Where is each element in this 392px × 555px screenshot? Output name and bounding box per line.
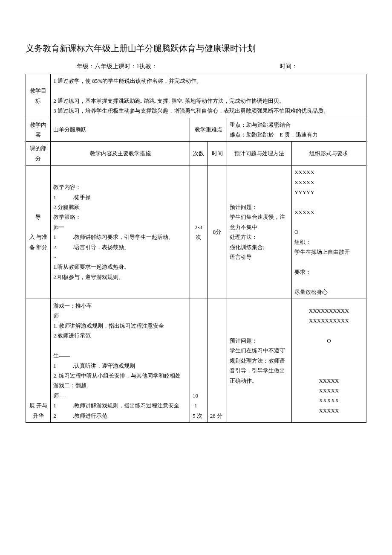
table-row: 教学目标 1 通过教学，使 85%的学生能说出该动作名称，并完成动作。 2 通过… [26, 74, 366, 118]
keypoint-label: 教学重难点 [190, 118, 227, 142]
section1-content: 教学内容： 1 .徒手操 2.分腿腾跃 教学策略： 师一 1 .教师讲解练习要求… [51, 166, 190, 299]
time-header: 时间 [207, 142, 227, 166]
problem-header: 预计问题与处理方法 [227, 142, 292, 166]
section1-org: XXXXX XXXXX YYYYY XXXXX O 组织： 学生在操场上自由散开… [291, 166, 366, 299]
org-header: 组织形式与要求 [291, 142, 366, 166]
time-meta: 时间： [280, 63, 297, 70]
count-header: 次数 [190, 142, 207, 166]
grade-meta: 年级：六年级上课时：1执教： [77, 63, 157, 70]
content-label: 教学内容 [26, 118, 51, 142]
section2-problem: 预计问题： 学生们在练习中不遵守规则处理方法：教师语音引导，引导学生做出正确动作… [227, 299, 292, 423]
table-row: 展 开与 升华 游戏一：推小车 师 1. 教师讲解游戏规则，指出练习过程注意安全… [26, 299, 366, 423]
goal-text: 1 通过教学，使 85%的学生能说出该动作名称，并完成动作。 2 通过练习，基本… [51, 74, 366, 118]
goal-label: 教学目标 [26, 74, 51, 118]
lesson-plan-table: 教学目标 1 通过教学，使 85%的学生能说出该动作名称，并完成动作。 2 通过… [26, 74, 366, 423]
section2-time: 28 分 [207, 299, 227, 423]
section1-time: 8分 [207, 166, 227, 299]
content-text: 山羊分腿腾跃 [51, 118, 190, 142]
section1-label: 导 入 与准备 部分 [26, 166, 51, 299]
table-row: 课的部分 教学内容及主要教学措施 次数 时间 预计问题与处理方法 组织形式与要求 [26, 142, 366, 166]
section2-org: XXXXXXXXXX XXXXXXXXXX O XXXXX XXXXX XXXX… [291, 299, 366, 423]
section2-count: 10 -1 5 次 [190, 299, 207, 423]
section2-label: 展 开与 升华 [26, 299, 51, 423]
keypoint-text: 重点：助与踏跳紧密结合 难点：助跑踏跳於 E 贯，迅速有力 [227, 118, 366, 142]
section1-count: 2-3 次 [190, 166, 207, 299]
page-title: 义务教育新课标六年级上册山羊分腿腾跃体育与健康课时计划 [26, 43, 366, 54]
table-row: 教学内容 山羊分腿腾跃 教学重难点 重点：助与踏跳紧密结合 难点：助跑踏跳於 E… [26, 118, 366, 142]
section-header: 课的部分 [26, 142, 51, 166]
meta-line: 年级：六年级上课时：1执教： 时间： [77, 63, 366, 70]
section1-problem: 预计问题： 学生们集合速度慢，注意力不集中 处理方法： 强化训练集合; 语言引导 [227, 166, 292, 299]
measures-header: 教学内容及主要教学措施 [51, 142, 190, 166]
table-row: 导 入 与准备 部分 教学内容： 1 .徒手操 2.分腿腾跃 教学策略： 师一 … [26, 166, 366, 299]
section2-content: 游戏一：推小车 师 1. 教师讲解游戏规则，指出练习过程注意安全 2.教师进行示… [51, 299, 190, 423]
